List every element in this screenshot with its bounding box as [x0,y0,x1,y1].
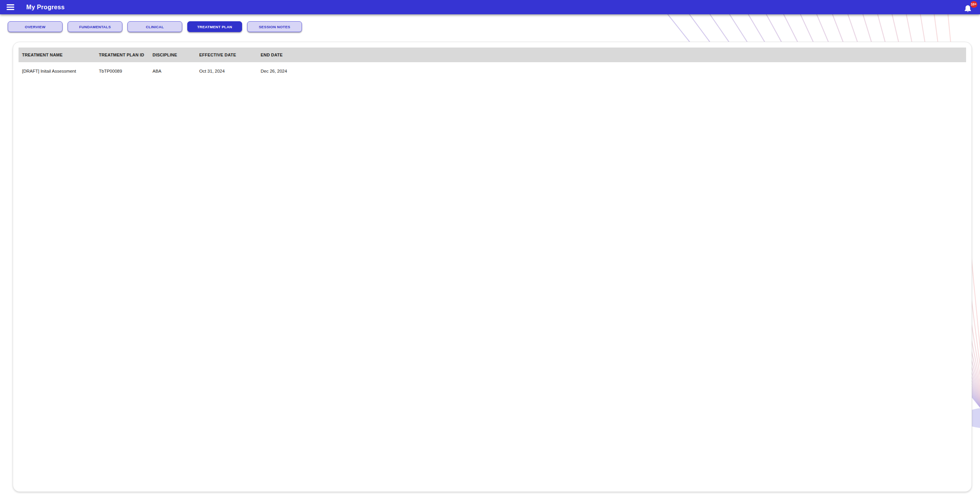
column-header-treatment-plan-id: TREATMENT PLAN ID [95,53,149,57]
tab-treatment-plan[interactable]: TREATMENT PLAN [187,21,242,32]
page-title: My Progress [26,4,64,11]
column-header-effective-date: EFFECTIVE DATE [196,53,257,57]
tab-session-notes[interactable]: SESSION NOTES [247,21,302,32]
notification-bell-icon[interactable]: 10+ [963,2,973,13]
menu-icon[interactable] [7,4,14,10]
table-header-row: TREATMENT NAME TREATMENT PLAN ID DISCIPL… [19,48,966,62]
app-bar: My Progress 10+ [0,0,980,14]
tab-overview[interactable]: OVERVIEW [8,21,63,32]
notification-count-badge: 10+ [970,1,977,8]
table-row[interactable]: [DRAFT] Initail Assessment TbTP00089 ABA… [19,62,966,80]
column-header-discipline: DISCIPLINE [149,53,196,57]
cell-treatment-plan-id: TbTP00089 [95,69,149,73]
cell-end-date: Dec 26, 2024 [257,69,966,73]
tab-bar: OVERVIEW FUNDAMENTALS CLINICAL TREATMENT… [8,21,302,32]
content-card: TREATMENT NAME TREATMENT PLAN ID DISCIPL… [13,42,972,492]
column-header-end-date: END DATE [257,53,966,57]
tab-clinical[interactable]: CLINICAL [127,21,182,32]
tab-fundamentals[interactable]: FUNDAMENTALS [68,21,122,32]
cell-discipline: ABA [149,69,196,73]
column-header-treatment-name: TREATMENT NAME [19,53,95,57]
cell-effective-date: Oct 31, 2024 [196,69,257,73]
cell-treatment-name: [DRAFT] Initail Assessment [19,69,95,73]
